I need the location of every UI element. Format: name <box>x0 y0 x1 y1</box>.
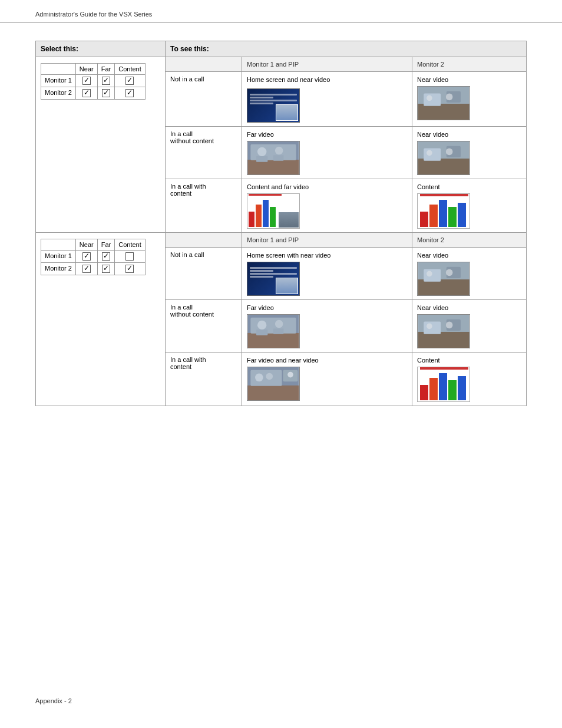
sec2-r3-scenario: In a call withcontent <box>166 353 242 406</box>
svg-rect-1 <box>418 104 470 120</box>
sec2-r3-m1pip-label: Far video and near video <box>247 357 319 364</box>
svg-rect-20 <box>256 205 262 227</box>
sec1-r2-m1pip-label: Far video <box>247 131 274 138</box>
svg-rect-61 <box>420 367 468 370</box>
svg-rect-31 <box>418 279 470 295</box>
svg-rect-7 <box>248 160 299 174</box>
svg-point-4 <box>446 94 453 101</box>
monitor2-label-2: Monitor 2 <box>41 263 76 275</box>
monitor1-row-2: Monitor 1 <box>41 251 146 263</box>
m2-near-cb-2[interactable] <box>82 265 91 273</box>
m1-far-cb-1[interactable] <box>102 77 110 85</box>
svg-rect-27 <box>448 207 457 227</box>
svg-rect-24 <box>420 212 428 227</box>
content-chart-svg-2 <box>418 367 470 401</box>
sec1-r2-m1pip: Far video <box>242 127 412 179</box>
content-thumb-1 <box>417 193 470 229</box>
ui-bar-5 <box>250 267 297 269</box>
svg-point-48 <box>427 323 432 329</box>
sec1-r1-m2-label: Near video <box>417 76 448 83</box>
svg-rect-26 <box>439 200 447 227</box>
ui-bars-2 <box>250 267 297 279</box>
svg-rect-45 <box>424 322 441 334</box>
sec2-subheader-col1 <box>166 233 242 248</box>
svg-rect-21 <box>263 200 269 227</box>
svg-rect-19 <box>249 212 254 227</box>
monitor1-label-2: Monitor 1 <box>41 251 76 263</box>
svg-rect-23 <box>249 194 282 196</box>
footer-label: Appendix - 2 <box>35 697 72 704</box>
pip-overlay-2 <box>276 278 298 294</box>
far-video-thumb-1 <box>247 141 300 175</box>
sec2-r3-m2: Content <box>412 353 527 406</box>
barchart-svg-1 <box>247 194 283 228</box>
section-1-row: Near Far Content Monitor 1 Monitor 2 <box>36 57 527 72</box>
svg-point-18 <box>427 150 432 156</box>
svg-rect-57 <box>429 378 438 400</box>
sec2-subheader-monitor2: Monitor 2 <box>412 233 527 248</box>
ui-bar-6 <box>250 270 273 272</box>
sec1-r1-scenario: Not in a call <box>166 72 242 127</box>
sec2-r1-m2: Near video <box>412 248 527 300</box>
main-table: Select this: To see this: Near Far Conte… <box>35 41 527 406</box>
m2-content-cb-1[interactable] <box>125 89 134 97</box>
ui-bar-2 <box>250 97 273 98</box>
monitor1-label-1: Monitor 1 <box>41 75 76 87</box>
pip-overlay-1 <box>276 104 298 121</box>
sec1-r2-m2: Near video <box>412 127 527 179</box>
svg-point-53 <box>266 373 273 380</box>
section-2-row: Near Far Content Monitor 1 Monitor 2 <box>36 233 527 248</box>
m1-near-cb-2[interactable] <box>82 252 91 261</box>
ui-bars-1 <box>250 94 297 106</box>
select-header-row-2: Near Far Content <box>41 239 146 251</box>
monitor1-row-1: Monitor 1 <box>41 75 146 87</box>
svg-point-52 <box>255 374 263 382</box>
svg-rect-14 <box>418 159 470 174</box>
m1-far-cb-2[interactable] <box>102 252 110 261</box>
content-header-1: Content <box>115 64 146 75</box>
svg-rect-28 <box>458 203 466 227</box>
sec2-r2-scenario: In a callwithout content <box>166 300 242 353</box>
near-video-thumb-3 <box>417 262 470 296</box>
main-header-row: Select this: To see this: <box>36 41 527 57</box>
sec2-r2-m2: Near video <box>412 300 527 353</box>
homescreen-pip-thumb-2 <box>247 262 300 296</box>
far-video-thumb-2 <box>247 314 300 348</box>
m2-far-cb-2[interactable] <box>102 265 110 273</box>
sec2-r1-m2-label: Near video <box>417 252 448 259</box>
ui-bar-1 <box>250 94 297 95</box>
svg-rect-25 <box>429 205 438 227</box>
content-header-2: Content <box>115 239 146 251</box>
content-thumb-2 <box>417 367 470 402</box>
content-chart-svg-1 <box>418 194 470 228</box>
sec2-subheader-monitor1pip: Monitor 1 and PIP <box>242 233 412 248</box>
svg-point-9 <box>257 147 266 156</box>
svg-rect-44 <box>418 332 470 348</box>
m1-near-cb-1[interactable] <box>82 77 91 85</box>
select-table-1: Near Far Content Monitor 1 Monitor 2 <box>41 63 146 100</box>
near-header-1: Near <box>75 64 97 75</box>
sec2-r3-m2-label: Content <box>417 357 440 364</box>
svg-rect-58 <box>439 373 447 400</box>
section-2-select: Near Far Content Monitor 1 Monitor 2 <box>36 233 166 406</box>
ui-bar-4 <box>250 103 273 104</box>
far-header-1: Far <box>97 64 115 75</box>
m2-content-cb-2[interactable] <box>125 265 134 273</box>
svg-point-35 <box>427 271 432 276</box>
m1-content-cb-2[interactable] <box>125 252 134 261</box>
m2-near-cb-1[interactable] <box>82 89 91 97</box>
select-header-row-1: Near Far Content <box>41 64 146 75</box>
svg-rect-11 <box>256 156 267 162</box>
sec1-r2-m2-label: Near video <box>417 131 448 138</box>
svg-point-40 <box>275 320 283 328</box>
col-select-header: Select this: <box>36 41 166 57</box>
sec2-r3-m1pip: Far video and near video <box>242 353 412 406</box>
near-video-thumb-4 <box>417 314 470 348</box>
svg-point-39 <box>257 321 266 330</box>
m1-content-cb-1[interactable] <box>125 77 134 85</box>
m2-far-cb-1[interactable] <box>102 89 110 97</box>
sec2-r1-scenario: Not in a call <box>166 248 242 300</box>
far-header-2: Far <box>97 239 115 251</box>
sec1-r3-m2: Content <box>412 179 527 233</box>
svg-rect-37 <box>248 333 299 348</box>
